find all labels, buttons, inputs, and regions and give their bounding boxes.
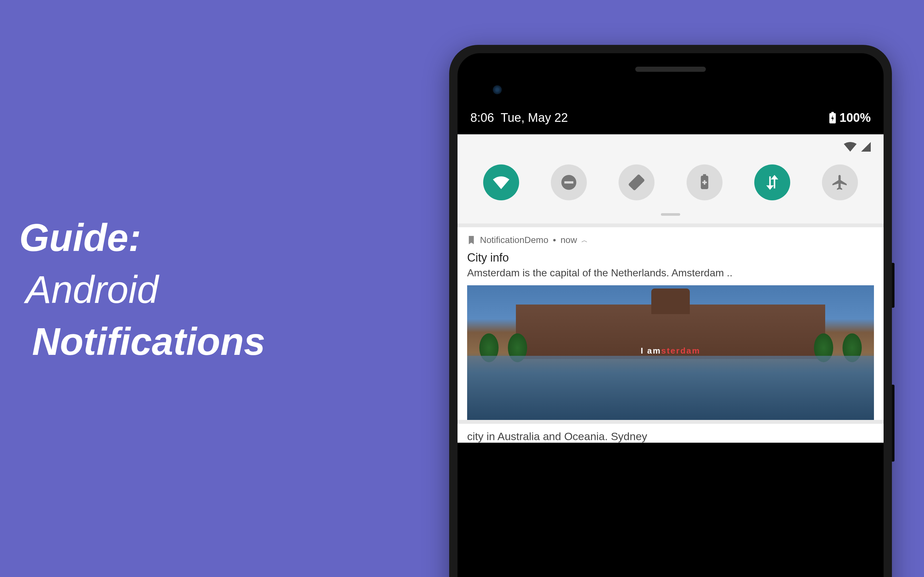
airplane-toggle[interactable]	[822, 164, 858, 200]
status-right: 100%	[829, 111, 871, 125]
partial-notification-text: city in Australia and Oceania. Sydney	[457, 424, 884, 443]
notification-image: I amsterdam	[467, 285, 874, 420]
status-date: Tue, May 22	[501, 111, 568, 124]
battery-saver-icon	[696, 173, 714, 191]
battery-saver-toggle[interactable]	[687, 164, 722, 200]
headline-line-1: Guide:	[19, 211, 265, 263]
headline-line-2: Android	[19, 263, 265, 316]
dnd-icon	[560, 173, 578, 191]
svg-rect-4	[628, 174, 645, 191]
svg-rect-6	[703, 174, 706, 176]
notification-body: Amsterdam is the capital of the Netherla…	[467, 267, 874, 279]
battery-percent: 100%	[840, 111, 871, 125]
data-icon	[763, 173, 781, 191]
notification-card[interactable]: NotificationDemo • now ︿ City info Amste…	[457, 227, 884, 420]
status-time: 8:06	[470, 111, 494, 124]
phone-screen: 8:06 Tue, May 22 100%	[457, 105, 884, 577]
battery-icon	[829, 112, 837, 124]
wifi-toggle[interactable]	[483, 164, 519, 200]
panel-drag-handle[interactable]	[661, 213, 680, 216]
svg-rect-8	[704, 180, 705, 185]
cell-signal-icon	[861, 142, 871, 152]
notification-divider	[457, 223, 884, 227]
bookmark-icon	[467, 236, 475, 244]
power-button[interactable]	[892, 263, 895, 308]
wifi-signal-icon	[844, 142, 857, 152]
status-bar: 8:06 Tue, May 22 100%	[457, 105, 884, 134]
notification-divider	[457, 420, 884, 424]
airplane-icon	[831, 173, 849, 191]
notification-title: City info	[467, 251, 874, 264]
dnd-toggle[interactable]	[551, 164, 587, 200]
quick-settings-panel	[457, 134, 884, 223]
rotate-icon	[628, 173, 646, 191]
status-left: 8:06 Tue, May 22	[470, 111, 568, 125]
notification-separator: •	[553, 235, 556, 245]
rotate-toggle[interactable]	[619, 164, 654, 200]
wifi-icon	[492, 173, 510, 191]
notification-app-name: NotificationDemo	[480, 235, 548, 245]
phone-frame: 8:06 Tue, May 22 100%	[449, 45, 892, 577]
phone-camera	[493, 85, 502, 94]
data-toggle[interactable]	[754, 164, 790, 200]
headline-line-3: Notifications	[19, 316, 265, 367]
volume-button[interactable]	[892, 385, 895, 462]
headline-text: Guide: Android Notifications	[19, 211, 265, 367]
phone-speaker	[635, 67, 706, 72]
status-icons	[457, 134, 884, 155]
chevron-up-icon[interactable]: ︿	[582, 236, 588, 245]
svg-rect-1	[831, 112, 834, 113]
quick-toggles-row	[457, 155, 884, 213]
notification-time: now	[561, 235, 577, 245]
svg-rect-3	[564, 181, 573, 184]
notification-header[interactable]: NotificationDemo • now ︿	[467, 235, 874, 245]
image-caption: I amsterdam	[641, 346, 700, 356]
